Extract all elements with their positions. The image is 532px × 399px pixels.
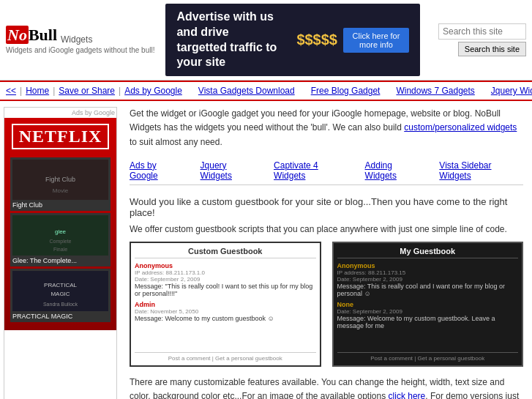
demo-box-light-title: Custom Guestbook (135, 247, 316, 258)
demo-box-dark[interactable]: My Guestbook Anonymous IP address: 88.21… (332, 242, 524, 367)
ad-dollar-signs: $$$$$ (296, 31, 337, 48)
demo-entry-1: Anonymous IP address: 88.211.173.1.0 Dat… (135, 262, 316, 297)
ad-banner-text: Advertise with us and drive targetted tr… (176, 10, 296, 70)
demo-box-dark-footer[interactable]: Post a comment | Get a personal guestboo… (337, 352, 519, 362)
ad-banner-right: $$$$$ Click here for more info (296, 28, 409, 53)
demo-boxes: Custom Guestbook Anonymous IP address: 8… (130, 242, 523, 367)
ad-marker-label: Ads by Google (4, 108, 116, 118)
demo-box-light-footer[interactable]: Post a comment | Get a personal guestboo… (135, 352, 316, 362)
movie-thumb-3: PRACTICAL MAGIC Sandra Bullock (12, 271, 108, 311)
intro-text: Get the widget or iGoogle gadget you nee… (130, 107, 523, 149)
demo-entry-dark-1: Anonymous IP address: 88.211.173.15 Date… (337, 262, 519, 297)
nav-win7-link[interactable]: Windows 7 Gadgets (396, 86, 474, 96)
search-button[interactable]: Search this site (458, 42, 526, 56)
logo-no-text: No (6, 26, 29, 44)
movie-thumb-1: Fight Club Movie (12, 160, 108, 200)
ad-banner[interactable]: Advertise with us and drive targetted tr… (165, 4, 420, 76)
nav-back-link[interactable]: << (6, 86, 16, 96)
nav-save-share-link[interactable]: Save or Share (59, 86, 115, 96)
logo: No Bull Widgets (6, 26, 154, 45)
sub-nav-adding[interactable]: Adding Widgets (365, 160, 425, 181)
search-input[interactable] (438, 23, 526, 40)
logo-bull-text: Bull (29, 26, 57, 45)
svg-text:Complete: Complete (50, 239, 72, 245)
nav-jquery-link[interactable]: Jquery Widgets (491, 86, 532, 96)
logo-no: No (6, 26, 29, 45)
nav-free-blog-link[interactable]: Free Blog Gadget (311, 86, 381, 96)
guestbook-section: Would you like a custom guestbook for yo… (130, 196, 523, 399)
sub-nav-jquery[interactable]: Jquery Widgets (201, 160, 259, 181)
sub-nav-captivate[interactable]: Captivate 4 Widgets (274, 160, 351, 181)
demo-entry-2: Admin Date: November 5, 2050 Message: We… (135, 301, 316, 322)
guestbook-offer: We offer custom guestbook scripts that y… (130, 224, 523, 234)
svg-text:Movie: Movie (53, 187, 69, 194)
logo-area: No Bull Widgets Widgets and iGoogle gadg… (6, 26, 154, 54)
svg-text:Fight Club: Fight Club (45, 176, 75, 183)
svg-text:PRACTICAL: PRACTICAL (44, 282, 77, 288)
netflix-logo: NETFLIX (12, 124, 110, 149)
netflix-ad[interactable]: NETFLIX Fight Club Movie Fight Club glee (4, 118, 116, 330)
main-content: Get the widget or iGoogle gadget you nee… (121, 101, 532, 399)
sub-nav-vista-sidebar[interactable]: Vista Sidebar Widgets (439, 160, 523, 181)
movie-item-1: Fight Club Movie Fight Club (10, 157, 110, 211)
demo-entry-dark-2: None Date: September 2, 2009 Message: We… (337, 301, 519, 329)
svg-text:Finale: Finale (53, 247, 67, 252)
nav-home-link[interactable]: Home (26, 86, 49, 96)
svg-text:Sandra Bullock: Sandra Bullock (43, 302, 78, 307)
click-here-link[interactable]: click here (389, 391, 426, 399)
demo-box-dark-content: Anonymous IP address: 88.211.173.15 Date… (337, 262, 519, 350)
movie-item-3: PRACTICAL MAGIC Sandra Bullock PRACTICAL… (10, 269, 110, 322)
navbar: << | Home | Save or Share | Ads by Googl… (0, 81, 532, 101)
content-area: Ads by Google NETFLIX Fight Club Movie F… (0, 101, 532, 399)
search-area: Search this site (438, 23, 526, 56)
left-sidebar: Ads by Google NETFLIX Fight Club Movie F… (4, 107, 117, 399)
logo-tagline: Widgets and iGoogle gadgets without the … (6, 46, 154, 54)
sub-nav-ads-google[interactable]: Ads by Google (130, 160, 186, 181)
custom-widgets-link[interactable]: custom/personalized widgets (404, 122, 517, 133)
movie-thumb-2: glee Complete Finale (12, 215, 108, 256)
nav-vista-gadgets-link[interactable]: Vista Gadgets Download (198, 86, 295, 96)
ad-click-button[interactable]: Click here for more info (343, 28, 409, 53)
movie-item-2: glee Complete Finale Glee: The Complete.… (10, 213, 110, 266)
page-header: No Bull Widgets Widgets and iGoogle gadg… (0, 0, 532, 81)
movie-label-1: Fight Club (12, 201, 108, 209)
demo-box-light-content: Anonymous IP address: 88.211.173.1.0 Dat… (135, 262, 316, 350)
svg-text:glee: glee (55, 228, 67, 235)
movie-label-3: PRACTICAL MAGIC (12, 313, 108, 320)
sub-nav: Ads by Google Jquery Widgets Captivate 4… (130, 157, 523, 185)
nav-ads-google-link[interactable]: Ads by Google (124, 86, 182, 96)
demo-box-dark-title: My Guestbook (337, 247, 519, 258)
movie-label-2: Glee: The Complete... (12, 257, 108, 264)
features-text: There are many customizable features ava… (130, 376, 523, 399)
svg-text:MAGIC: MAGIC (50, 291, 70, 297)
demo-box-light[interactable]: Custom Guestbook Anonymous IP address: 8… (130, 242, 321, 367)
logo-widgets-text: Widgets (61, 34, 92, 45)
guestbook-headline: Would you like a custom guestbook for yo… (130, 196, 523, 218)
